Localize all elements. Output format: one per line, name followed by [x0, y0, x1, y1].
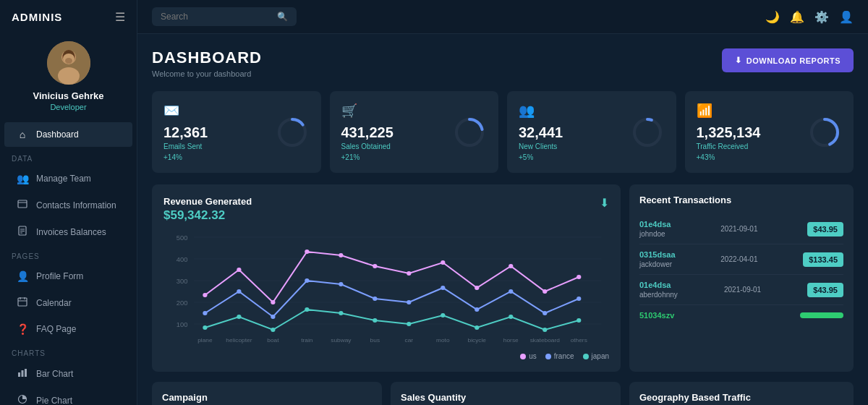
user-account-icon[interactable]: 👤 [839, 10, 854, 24]
sidebar-item-invoices[interactable]: Invoices Balances [4, 219, 132, 244]
download-btn-label: DOWNLOAD REPORTS [746, 56, 841, 65]
sidebar-item-label: FAQ Page [36, 324, 76, 334]
svg-text:car: car [405, 337, 414, 344]
clients-label: New Clients [519, 142, 563, 150]
svg-point-65 [542, 311, 547, 315]
clients-icon: 👥 [519, 103, 563, 119]
sidebar-item-profile[interactable]: 👤 Profile Form [4, 264, 132, 289]
transactions-card: Recent Transactions 01e4dsa johndoe 2021… [629, 184, 854, 372]
faq-icon: ❓ [16, 323, 29, 335]
svg-point-62 [441, 286, 445, 290]
svg-point-78 [576, 318, 581, 323]
sidebar-section-pages: Pages [0, 245, 137, 263]
svg-point-48 [373, 264, 377, 268]
svg-rect-7 [18, 200, 27, 208]
chart-download-icon[interactable]: ⬇ [600, 196, 609, 210]
stat-card-clients: 👥 32,441 New Clients +5% [507, 91, 676, 173]
transaction-date: 2022-04-01 [720, 255, 757, 263]
sidebar-item-faq[interactable]: ❓ FAQ Page [4, 317, 132, 341]
sidebar-item-dashboard[interactable]: ⌂ Dashboard [4, 122, 132, 147]
campaign-title: Campaign [162, 392, 372, 403]
traffic-ring [807, 115, 842, 150]
sidebar-item-calendar[interactable]: Calendar [4, 290, 132, 315]
emails-label: Emails Sent [163, 142, 208, 150]
svg-text:500: 500 [176, 234, 188, 242]
svg-point-69 [271, 328, 275, 332]
svg-point-59 [339, 282, 343, 286]
avatar [47, 41, 90, 85]
svg-text:skateboard: skateboard [530, 337, 561, 344]
stat-card-traffic: 📶 1,325,134 Traffic Received +43% [685, 91, 854, 173]
svg-text:helicopter: helicopter [226, 337, 252, 344]
notifications-icon[interactable]: 🔔 [790, 10, 804, 24]
legend-japan-dot [583, 354, 589, 359]
svg-rect-13 [18, 298, 27, 306]
transaction-item: 01e4dsa johndoe 2021-09-01 $43.95 [639, 214, 843, 244]
sidebar-item-label: Dashboard [36, 129, 79, 140]
user-role: Developer [50, 103, 86, 111]
transaction-id: 01e4dsa [639, 220, 671, 229]
legend-us: us [520, 352, 537, 360]
transaction-user: jackdower [639, 260, 676, 268]
clients-change: +5% [519, 153, 563, 161]
app-logo: ADMINIS [12, 11, 62, 23]
transaction-date: 2021-09-01 [720, 225, 757, 233]
emails-value: 12,361 [163, 124, 208, 141]
transaction-item-partial: 51034szv [639, 305, 843, 325]
search-icon: 🔍 [277, 12, 288, 22]
download-reports-button[interactable]: ⬇ DOWNLOAD REPORTS [722, 48, 854, 72]
svg-text:bicycle: bicycle [468, 337, 487, 344]
svg-point-6 [65, 58, 72, 64]
pie-chart-icon [16, 394, 29, 405]
sidebar-header: ADMINIS ☰ [0, 0, 137, 34]
sales-value: 431,225 [341, 124, 393, 141]
legend-japan-label: japan [592, 352, 609, 360]
download-icon: ⬇ [735, 56, 742, 65]
svg-text:others: others [571, 337, 587, 344]
bottom-row: Campaign Sales Quantity Geography Based … [152, 382, 854, 405]
sidebar-item-label: Manage Team [36, 174, 91, 184]
svg-point-72 [373, 318, 377, 323]
search-box[interactable]: 🔍 [152, 7, 297, 26]
transaction-id: 51034szv [639, 311, 674, 320]
svg-text:plane: plane [197, 337, 213, 344]
traffic-change: +43% [697, 153, 761, 161]
transaction-user: aberdohnny [639, 291, 678, 299]
sales-quantity-title: Sales Quantity [401, 392, 610, 403]
people-icon: 👥 [16, 173, 29, 184]
search-input[interactable] [161, 12, 271, 22]
revenue-legend: us france japan [163, 352, 609, 360]
legend-france: france [545, 352, 574, 360]
sidebar-item-manage-team[interactable]: 👥 Manage Team [4, 166, 132, 191]
main-content: 🔍 🌙 🔔 ⚙️ 👤 DASHBOARD Welcome to your das… [137, 0, 868, 405]
sidebar-item-pie-chart[interactable]: Pie Chart [4, 388, 132, 405]
emails-ring [275, 115, 310, 150]
sidebar-item-label: Bar Chart [36, 369, 73, 379]
svg-point-51 [475, 286, 479, 290]
hamburger-icon[interactable]: ☰ [115, 10, 125, 24]
svg-rect-19 [25, 369, 27, 377]
sidebar-item-contacts[interactable]: Contacts Information [4, 192, 132, 218]
stat-card-emails: ✉️ 12,361 Emails Sent +14% [152, 91, 321, 173]
transaction-item: 01e4dsa aberdohnny 2021-09-01 $43.95 [639, 275, 843, 305]
sidebar-section-charts: Charts [0, 342, 137, 360]
bar-chart-icon [16, 367, 29, 380]
sidebar-item-label: Pie Chart [36, 396, 72, 406]
transaction-item: 0315dsaa jackdower 2022-04-01 $133.45 [639, 244, 843, 275]
svg-text:100: 100 [176, 321, 188, 328]
legend-france-label: france [554, 352, 574, 360]
clients-ring [630, 115, 665, 150]
sidebar-item-label: Profile Form [36, 271, 83, 281]
svg-point-60 [373, 297, 377, 301]
dark-mode-icon[interactable]: 🌙 [765, 10, 780, 24]
traffic-label: Traffic Received [697, 142, 761, 150]
stat-cards: ✉️ 12,361 Emails Sent +14% 🛒 431,225 Sal… [152, 91, 854, 173]
svg-text:400: 400 [176, 256, 188, 263]
svg-point-76 [509, 315, 513, 319]
svg-point-75 [475, 325, 479, 330]
revenue-chart-value: $59,342.32 [163, 208, 252, 223]
legend-france-dot [545, 354, 551, 359]
settings-icon[interactable]: ⚙️ [814, 10, 829, 24]
svg-text:moto: moto [436, 337, 450, 344]
sidebar-item-bar-chart[interactable]: Bar Chart [4, 361, 132, 386]
